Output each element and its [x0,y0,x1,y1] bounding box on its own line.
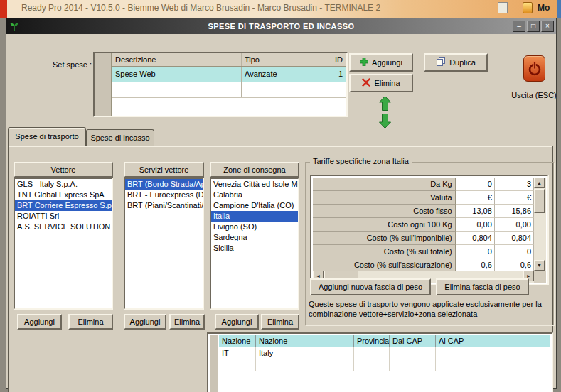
plus-icon [360,58,368,67]
zone-list[interactable]: Venezia Città ed Isole Mir Calabria Camp… [210,178,299,310]
zone-aggiungi-button[interactable]: Aggiungi [215,314,259,330]
empty-cell [219,359,256,371]
cell-descrizione[interactable]: Spese Web [112,67,242,82]
tariffa-row-label: Costo (% sull'imponibile) [313,232,456,245]
list-item[interactable]: Sardegna [211,232,298,243]
servizi-elimina-button[interactable]: Elimina [169,314,205,330]
scroll-down-button[interactable]: ▼ [534,260,545,271]
list-item-selected[interactable]: BRT (Bordo Strada/Ap [125,179,203,190]
move-down-button[interactable] [379,114,392,129]
list-item[interactable]: ROIATTI Srl [15,211,112,222]
vertical-scroll-thumb[interactable] [534,189,545,213]
tariffa-row: Costo (% sull'imponibile) 0,804 0,804 [313,232,534,245]
list-item[interactable]: A.S. SERVICE SOLUTION S. [15,222,112,232]
list-item[interactable]: GLS - Italy S.p.A. [15,179,112,190]
table-row[interactable]: IT Italy [219,347,550,359]
nazioni-table[interactable]: Nazione Nazione Provincia Dal CAP Al CAP… [207,332,553,392]
close-button[interactable]: × [541,21,554,32]
tariffa-cell[interactable]: 0,6 [456,258,495,271]
list-item[interactable]: Campione D'Italia (CO) [211,200,298,211]
scrollbar-corner [534,271,546,283]
column-header: Tipo [242,53,314,66]
vettore-aggiungi-button[interactable]: Aggiungi [17,314,62,330]
list-item[interactable]: BRT (Piani/Scantinati/A [125,200,203,211]
cell-nazione-codice[interactable]: IT [219,347,256,359]
vettore-list[interactable]: GLS - Italy S.p.A. TNT Global Express Sp… [14,178,113,310]
tariffa-cell[interactable]: 13,08 [456,205,495,218]
cell-id[interactable]: 1 [314,67,346,82]
exit-button-label: Uscita (ESC) [503,91,561,99]
tariffa-cell[interactable]: 0 [456,245,495,258]
vertical-scrollbar[interactable]: ▲ ▼ [534,178,546,271]
cell-tipo[interactable]: Avanzate [242,67,314,82]
list-item[interactable]: TNT Global Express SpA [15,190,112,200]
cell-dal-cap[interactable] [390,347,436,359]
tariffa-cell[interactable]: 0,804 [456,232,495,245]
empty-cell [256,359,354,371]
elimina-fascia-button[interactable]: Elimina fascia di peso [436,278,529,295]
list-item[interactable]: Livigno (SO) [211,222,298,232]
tariffa-cell[interactable]: 0,00 [495,218,534,232]
zone-elimina-button[interactable]: Elimina [261,314,299,330]
tariffa-row: Costo (% sull'assicurazione) 0,6 0,6 [313,258,534,271]
tariffa-cell[interactable]: € [456,191,495,205]
tariffe-rows: Da Kg 0 3 Valuta € € Costo fisso 13,08 1… [313,178,534,271]
column-header: Descrizione [112,53,242,66]
tariffa-cell[interactable]: € [495,191,534,205]
list-item-selected[interactable]: Italia [211,211,298,222]
tab-spese-di-trasporto[interactable]: Spese di trasporto [8,127,86,146]
tariffa-row: Costo fisso 13,08 15,86 [313,205,534,218]
empty-cell [314,82,346,97]
cell-al-cap[interactable] [436,347,481,359]
servizi-list[interactable]: BRT (Bordo Strada/Ap BRT - Euroexpress (… [124,178,204,310]
duplicate-icon [436,57,446,68]
tariffe-note: Queste spese di trasporto vengono applic… [309,299,555,319]
dialog-titlebar[interactable]: SPESE DI TRASPORTO ED INCASSO – □ × [6,18,556,34]
exit-button[interactable] [523,55,545,82]
duplica-button[interactable]: Duplica [424,53,488,72]
tariffa-cell[interactable]: 0,00 [456,218,495,232]
tariffa-cell[interactable]: 0,6 [495,258,534,271]
tariffa-cell[interactable]: 0,804 [495,232,534,245]
tab-spese-di-incasso[interactable]: Spese di incasso [86,129,154,146]
list-item-selected[interactable]: BRT Corriere Espresso S.p.A [15,200,112,211]
list-item[interactable]: Calabria [211,190,298,200]
table-row-empty[interactable] [219,359,550,371]
list-item[interactable]: Sicilia [211,243,298,254]
cell-provincia[interactable] [354,347,390,359]
tariffa-cell[interactable]: 0 [456,178,495,191]
background-desktop-icon [523,2,533,13]
servizi-header: Servizi vettore [124,162,204,178]
set-spese-table[interactable]: Descrizione Tipo ID Spese Web Avanzate 1 [93,52,348,117]
column-header: ID [314,53,346,66]
servizi-aggiungi-button[interactable]: Aggiungi [124,314,166,330]
tariffa-cell[interactable]: 0 [495,245,534,258]
maximize-button[interactable]: □ [527,21,540,32]
dialog-title: SPESE DI TRASPORTO ED INCASSO [6,18,556,34]
move-up-button[interactable] [379,96,392,111]
aggiungi-fascia-button[interactable]: Aggiungi nuova fascia di peso [310,278,431,295]
aggiungi-set-button[interactable]: Aggiungi [349,53,413,72]
row-selector-column [95,53,112,116]
vettore-elimina-button[interactable]: Elimina [68,314,113,330]
scroll-up-button[interactable]: ▲ [534,178,545,188]
tariffe-table[interactable]: Da Kg 0 3 Valuta € € Costo fisso 13,08 1… [310,175,549,285]
tariffa-row: Valuta € € [313,191,534,205]
red-x-icon [362,78,370,88]
table-row-empty[interactable] [112,82,346,98]
set-spese-label: Set spese : [33,60,92,69]
tariffa-row-label: Costo (% sul totale) [313,245,456,258]
cell-nazione-nome[interactable]: Italy [256,347,354,359]
column-header-filler [481,335,550,347]
tariffa-row-label: Valuta [313,191,456,205]
tariffa-cell[interactable]: 15,86 [495,205,534,218]
background-corner-text: Mo [538,3,550,13]
column-header: Nazione [256,335,354,347]
window-controls: – □ × [513,21,554,32]
table-row[interactable]: Spese Web Avanzate 1 [112,67,346,82]
list-item[interactable]: Venezia Città ed Isole Mir [211,179,298,190]
list-item[interactable]: BRT - Euroexpress (Do [125,190,203,200]
minimize-button[interactable]: – [513,21,525,32]
elimina-set-button[interactable]: Elimina [349,74,413,92]
tariffa-cell[interactable]: 3 [495,178,534,191]
